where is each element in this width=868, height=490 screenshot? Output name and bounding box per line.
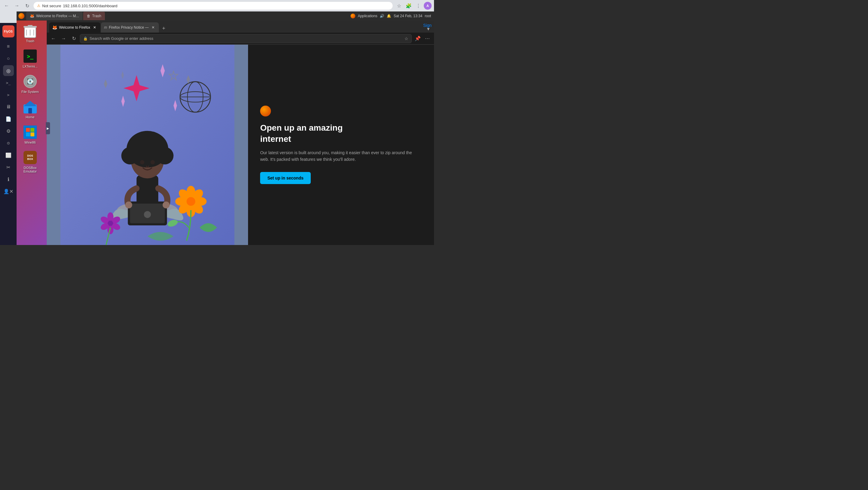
lxde-right-firefox-icon bbox=[350, 13, 355, 19]
firefox-tab2-favicon: m bbox=[104, 25, 107, 30]
dosbox-icon: DOSBOX bbox=[24, 151, 37, 164]
wine-icon-label: Wine86 bbox=[24, 141, 36, 144]
firefox-bookmark-star[interactable]: ☆ bbox=[404, 36, 408, 41]
firefox-tab-2[interactable]: m Firefox Privacy Notice — ✕ bbox=[101, 22, 159, 33]
sidebar-item-menu[interactable]: ≡ bbox=[3, 41, 14, 52]
svg-point-31 bbox=[140, 160, 144, 165]
lxde-firefox-button[interactable] bbox=[17, 13, 26, 19]
firefox-logo-icon bbox=[260, 106, 271, 116]
firefox-tab1-label: Welcome to Firefox bbox=[59, 25, 90, 30]
svg-rect-2 bbox=[28, 108, 32, 113]
firefox-window: 🦊 Welcome to Firefox ✕ m Firefox Privacy… bbox=[47, 21, 434, 245]
desktop-icon-wine86[interactable]: Wine86 bbox=[20, 125, 41, 144]
lxde-right-bar: Applications 🔊 🔔 Sat 24 Feb, 13:34 root bbox=[347, 13, 434, 19]
desktop-icons-container: Trash >_ LXTermi... 💽 File bbox=[20, 24, 41, 173]
home-icon-label: Home bbox=[26, 115, 34, 119]
chrome-menu-button[interactable]: ⋮ bbox=[414, 1, 423, 10]
lxde-volume-icon[interactable]: 🔊 bbox=[380, 14, 384, 18]
firefox-url-bar[interactable]: 🔒 Search with Google or enter address ☆ bbox=[80, 34, 412, 43]
firefox-right-icons: 📌 ⋯ bbox=[413, 34, 432, 43]
firefox-new-tab-button[interactable]: + bbox=[159, 24, 168, 33]
terminal-icon-label: LXTermi... bbox=[23, 64, 38, 68]
desktop-icon-trash[interactable]: Trash bbox=[20, 24, 41, 43]
chrome-profile-avatar[interactable]: A bbox=[424, 2, 432, 10]
lxde-topbar: 🦊 Welcome to Firefox — M... 🗑 Trash Appl… bbox=[17, 11, 434, 21]
desktop-icon-terminal[interactable]: >_ LXTermi... bbox=[20, 49, 41, 68]
chrome-bookmark-button[interactable]: ☆ bbox=[395, 1, 403, 10]
firefox-reload-button[interactable]: ↻ bbox=[70, 34, 78, 43]
svg-marker-1 bbox=[24, 101, 37, 106]
firefox-back-button[interactable]: ← bbox=[49, 34, 58, 43]
home-folder-icon bbox=[24, 100, 37, 113]
svg-point-20 bbox=[144, 211, 151, 218]
firefox-url-text: Search with Google or enter address bbox=[90, 36, 403, 41]
url-text: 192.168.0.101:5000/dashboard bbox=[63, 4, 118, 8]
firefox-navbar: ← → ↻ 🔒 Search with Google or enter addr… bbox=[47, 33, 434, 45]
sidebar-item-active[interactable]: ◎ bbox=[3, 65, 14, 76]
svg-point-51 bbox=[108, 221, 113, 226]
lxde-tab-trash[interactable]: 🗑 Trash bbox=[83, 12, 105, 20]
lxde-datetime: Sat 24 Feb, 13:34 bbox=[394, 14, 422, 18]
firefox-forward-button[interactable]: → bbox=[59, 34, 68, 43]
firefox-tab-icon: 🦊 bbox=[30, 14, 34, 18]
lxde-user: root bbox=[425, 14, 431, 18]
filesystem-icon-label: File System bbox=[22, 90, 38, 93]
firefox-security-icon: 🔒 bbox=[83, 36, 88, 41]
desktop-icon-home[interactable]: Home bbox=[20, 99, 41, 119]
collapse-handle[interactable]: ▶ bbox=[46, 122, 50, 134]
firefox-tab-label: Welcome to Firefox — M... bbox=[36, 14, 79, 18]
filesystem-icon: 💽 bbox=[24, 75, 37, 88]
chrome-forward-button[interactable]: → bbox=[13, 1, 21, 10]
lxde-tab-firefox[interactable]: 🦊 Welcome to Firefox — M... bbox=[26, 12, 83, 20]
sidebar-item-settings[interactable]: ⚙ bbox=[3, 125, 14, 136]
firefox-illustration-panel bbox=[47, 45, 248, 245]
firefox-tab2-label: Firefox Privacy Notice — bbox=[109, 25, 149, 30]
sidebar-item-monitor[interactable]: 🖥 bbox=[3, 102, 14, 112]
not-secure-label: Not secure bbox=[42, 4, 61, 8]
svg-point-42 bbox=[187, 197, 195, 206]
sidebar-item-tablet[interactable]: ⬜ bbox=[3, 150, 14, 161]
lxde-apps-label[interactable]: Applications bbox=[358, 14, 377, 18]
firefox-tabbar: 🦊 Welcome to Firefox ✕ m Firefox Privacy… bbox=[47, 21, 434, 33]
wine-icon bbox=[24, 125, 37, 139]
sidebar-item-terminal2[interactable]: > bbox=[3, 89, 14, 100]
sidebar-item-info[interactable]: ℹ bbox=[3, 174, 14, 185]
firefox-welcome-subtext: Our latest version is built around you, … bbox=[260, 149, 422, 163]
chrome-reload-button[interactable]: ↻ bbox=[23, 1, 31, 10]
sidebar-item-tools[interactable]: ✂ bbox=[3, 162, 14, 173]
sidebar-item-user[interactable]: 👤✕ bbox=[3, 186, 14, 197]
chrome-extensions-button[interactable]: 🧩 bbox=[404, 1, 413, 10]
chrome-right-icons: ☆ 🧩 ⋮ A bbox=[395, 1, 432, 10]
sidebar-item-terminal1[interactable]: >_ bbox=[3, 77, 14, 88]
svg-point-22 bbox=[163, 202, 170, 208]
firefox-welcome-page: Open up an amazing internet Our latest v… bbox=[47, 45, 434, 245]
firefox-tab2-close[interactable]: ✕ bbox=[150, 25, 156, 30]
sidebar-item-document[interactable]: 📄 bbox=[3, 113, 14, 124]
terminal-icon: >_ bbox=[24, 50, 37, 63]
sidebar-item-wifi[interactable]: ⌾ bbox=[3, 138, 14, 148]
firefox-ball-icon bbox=[19, 13, 24, 19]
desktop-icon-dosbox[interactable]: DOSBOX DOSBox Emulator bbox=[20, 150, 41, 173]
firefox-pocket-button[interactable]: 📌 bbox=[413, 34, 422, 43]
flyos-logo: FlyOS bbox=[2, 25, 14, 37]
firefox-welcome-illustration bbox=[47, 45, 248, 245]
trash-icon-label: Trash bbox=[26, 39, 34, 43]
chrome-back-button[interactable]: ← bbox=[2, 1, 11, 10]
lxde-notification-icon[interactable]: 🔔 bbox=[387, 14, 391, 18]
chrome-toolbar: ← → ↻ ⚠ Not secure 192.168.0.101:5000/da… bbox=[0, 0, 434, 11]
firefox-tab1-close[interactable]: ✕ bbox=[92, 25, 97, 30]
firefox-setup-button[interactable]: Set up in seconds bbox=[260, 172, 311, 184]
sidebar-item-circle[interactable]: ○ bbox=[3, 53, 14, 64]
firefox-content-panel: Open up an amazing internet Our latest v… bbox=[248, 45, 434, 245]
firefox-overflow-button[interactable]: ⋯ bbox=[423, 34, 432, 43]
firefox-tab-1[interactable]: 🦊 Welcome to Firefox ✕ bbox=[49, 22, 100, 33]
chrome-browser: ← → ↻ ⚠ Not secure 192.168.0.101:5000/da… bbox=[0, 0, 434, 245]
desktop-area: 🦊 Welcome to Firefox — M... 🗑 Trash Appl… bbox=[17, 11, 434, 245]
trash-tab-label: Trash bbox=[92, 14, 101, 18]
svg-point-21 bbox=[125, 202, 132, 208]
svg-point-30 bbox=[138, 135, 156, 153]
svg-point-32 bbox=[150, 160, 155, 165]
firefox-welcome-headline: Open up an amazing internet bbox=[260, 122, 422, 145]
desktop-icon-filesystem[interactable]: 💽 File System bbox=[20, 74, 41, 93]
chrome-address-bar[interactable]: ⚠ Not secure 192.168.0.101:5000/dashboar… bbox=[33, 1, 393, 10]
